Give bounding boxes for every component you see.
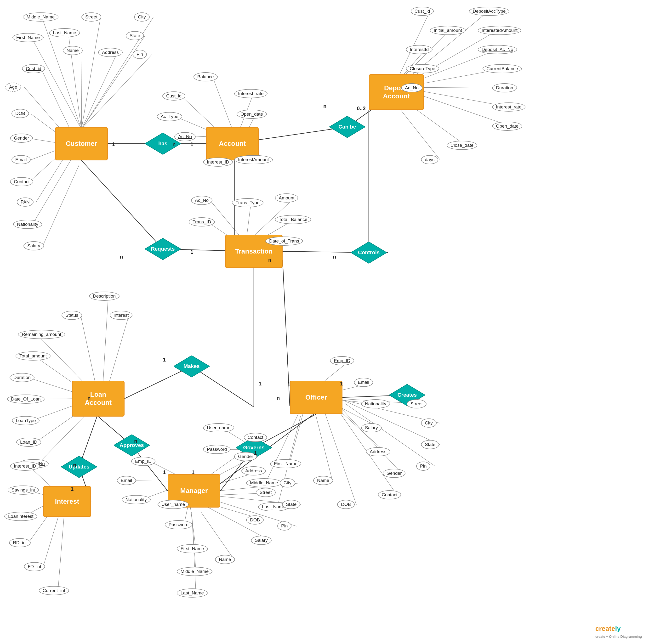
attribute-ellipse: PAN — [17, 197, 34, 206]
attribute-ellipse: Duration — [10, 373, 35, 382]
attribute-ellipse: Name — [313, 476, 333, 485]
attribute-ellipse: Contact — [10, 177, 33, 186]
diamond-makes: Makes — [174, 356, 210, 377]
multiplicity-label: 1 — [190, 141, 193, 147]
attribute-ellipse: User_name — [203, 423, 234, 432]
attribute-ellipse: DOB — [337, 500, 355, 509]
attribute-ellipse: Total_Balance — [275, 215, 311, 224]
svg-line-46 — [103, 296, 108, 383]
attribute-ellipse: Pin — [416, 462, 430, 471]
attribute-ellipse: Name — [215, 555, 235, 564]
attribute-ellipse: Last_Name — [49, 28, 80, 37]
multiplicity-label: 1 — [163, 357, 166, 363]
attribute-ellipse: Salary — [361, 423, 382, 432]
attribute-ellipse: Interest_rate — [492, 102, 525, 111]
svg-line-1 — [81, 17, 100, 129]
attribute-ellipse: Trans_Type — [232, 198, 263, 207]
multiplicity-label: 1 — [112, 141, 115, 147]
attribute-ellipse: Salary — [251, 536, 271, 545]
svg-line-15 — [36, 157, 64, 202]
attribute-ellipse: CurrentBalance — [483, 64, 522, 73]
attribute-ellipse: Duration — [492, 83, 517, 92]
attribute-ellipse: State — [421, 440, 439, 449]
attribute-ellipse: Pin — [277, 521, 292, 531]
attribute-ellipse: Cust_id — [162, 91, 185, 100]
attribute-ellipse: Savings_int — [8, 486, 39, 495]
attribute-ellipse: Ac_No — [191, 196, 212, 205]
multiplicity-label: 1 — [254, 450, 257, 456]
attribute-ellipse: Loan_ID — [16, 438, 41, 447]
attribute-ellipse: days — [421, 155, 438, 164]
attribute-ellipse: Nationality — [13, 220, 42, 229]
attribute-ellipse: RD_int — [9, 538, 31, 547]
attribute-ellipse: Ac_Type — [157, 112, 182, 121]
svg-line-29 — [409, 31, 497, 81]
multiplicity-label: n — [276, 395, 280, 401]
svg-line-9 — [41, 69, 72, 133]
attribute-ellipse: City — [280, 478, 295, 488]
attribute-ellipse: Contact — [378, 490, 401, 499]
attribute-ellipse: Open_date — [492, 122, 522, 131]
multiplicity-label: n — [120, 254, 123, 260]
entity-loan_account: LoanAccount — [72, 381, 125, 417]
multiplicity-label: 1 — [163, 469, 166, 475]
svg-line-18 — [213, 77, 232, 129]
multiplicity-label: 1 — [191, 469, 194, 475]
attribute-ellipse: Gender — [10, 134, 33, 143]
attribute-ellipse: InterestedAmount — [478, 26, 521, 35]
attribute-ellipse: Email — [11, 155, 31, 164]
entity-interest: Interest — [43, 486, 91, 517]
diamond-approves: Approves — [114, 434, 150, 456]
attribute-ellipse: City — [134, 12, 150, 21]
attribute-ellipse: Cust_id — [411, 7, 434, 16]
attribute-ellipse: Middle_Name — [177, 567, 212, 576]
multiplicity-label: n — [134, 438, 137, 444]
attribute-ellipse: LoanInterest — [4, 512, 37, 521]
attribute-ellipse: State — [126, 31, 144, 40]
attribute-ellipse: Close_date — [447, 141, 477, 150]
svg-line-47 — [81, 316, 96, 385]
attribute-ellipse: Deposit_Ac_No — [478, 45, 517, 54]
diamond-updates: Updates — [61, 456, 97, 477]
attribute-ellipse: Email — [117, 476, 136, 485]
multiplicity-label: 1 — [287, 381, 290, 387]
multiplicity-label: 1 — [71, 486, 74, 492]
multiplicity-label: n — [333, 254, 336, 260]
attribute-ellipse: InterestAmount — [234, 155, 273, 164]
attribute-ellipse: Total_amount — [15, 352, 50, 361]
multiplicity-label: n — [268, 257, 271, 264]
svg-line-48 — [109, 316, 129, 383]
attribute-ellipse: User_name — [158, 500, 189, 509]
diamond-requests: Requests — [145, 238, 181, 260]
multiplicity-label: 1 — [259, 381, 262, 387]
attribute-ellipse: Interest_ID — [10, 462, 40, 471]
svg-line-19 — [181, 96, 218, 131]
attribute-ellipse: Address — [366, 447, 390, 456]
attribute-ellipse: Interest — [110, 311, 132, 320]
attribute-ellipse: Interest_ID — [203, 157, 233, 167]
attribute-ellipse: Address — [98, 48, 123, 57]
attribute-ellipse: FD_int — [24, 562, 45, 571]
attribute-ellipse: Initial_amount — [430, 26, 466, 35]
attribute-ellipse: Street — [256, 488, 276, 497]
attribute-ellipse: DOB — [246, 515, 264, 524]
attribute-ellipse: Date_of_Trans — [265, 236, 303, 246]
attribute-ellipse: Description — [89, 291, 120, 301]
svg-line-49 — [37, 335, 89, 387]
attribute-ellipse: Remaining_amount — [18, 330, 65, 339]
attribute-ellipse: Last_Name — [177, 589, 208, 598]
attribute-ellipse: Emp_ID — [131, 457, 156, 466]
attribute-ellipse: ClosureType — [406, 64, 439, 73]
attribute-ellipse: State — [282, 500, 300, 509]
attribute-ellipse: Salary — [24, 241, 44, 250]
attribute-ellipse: Password — [203, 445, 231, 454]
attribute-ellipse: InterestId — [406, 45, 433, 54]
svg-line-8 — [81, 55, 152, 129]
multiplicity-label: n — [87, 395, 90, 401]
attribute-ellipse: City — [421, 418, 437, 427]
diamond-can_be: Can be — [329, 116, 365, 138]
attribute-ellipse: Current_int — [39, 586, 69, 595]
attribute-ellipse: Amount — [275, 193, 298, 202]
attribute-ellipse: First_Name — [270, 459, 301, 468]
attribute-ellipse: Address — [242, 466, 266, 475]
